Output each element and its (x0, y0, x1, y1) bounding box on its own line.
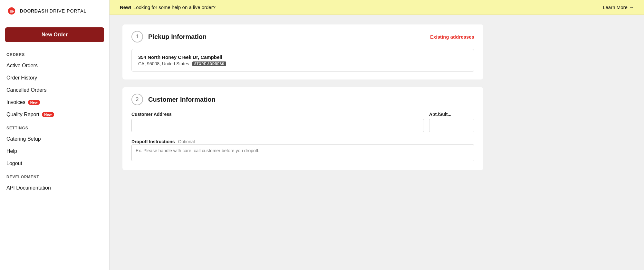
customer-section-header: 2 Customer Information (122, 87, 483, 112)
customer-fields: Customer Address 📍 Apt./Suit... Dropoff … (122, 112, 483, 170)
invoices-label: Invoices (6, 99, 25, 105)
dropoff-instructions-section: Dropoff Instructions Optional (131, 139, 474, 163)
help-label: Help (6, 148, 17, 154)
order-history-label: Order History (6, 75, 37, 81)
sidebar-item-quality-report[interactable]: Quality Report New (0, 108, 109, 121)
settings-section: SETTINGS Catering Setup Help Logout (0, 121, 109, 170)
customer-address-group: Customer Address 📍 (131, 112, 424, 132)
pickup-information-card: 1 Pickup Information Existing addresses … (122, 24, 483, 79)
main-content: New! Looking for some help on a live ord… (110, 0, 644, 270)
invoices-badge: New (28, 100, 40, 105)
banner-new-badge: New! (120, 5, 131, 10)
store-address-badge: STORE ADDRESS (192, 61, 226, 66)
pickup-section-header: 1 Pickup Information Existing addresses (122, 24, 483, 49)
settings-section-label: SETTINGS (0, 121, 109, 133)
sidebar-item-cancelled-orders[interactable]: Cancelled Orders (0, 84, 109, 96)
pickup-address-box: 354 North Honey Creek Dr, Campbell CA, 9… (131, 49, 474, 72)
logo-sub: DRIVE PORTAL (50, 8, 87, 14)
quality-report-badge: New (42, 112, 54, 117)
pickup-step-circle: 1 (131, 31, 143, 42)
development-section: DEVELOPMENT API Documentation (0, 170, 109, 194)
sidebar-item-help[interactable]: Help (0, 145, 109, 157)
dropoff-instructions-input[interactable] (131, 144, 474, 161)
logo-text-group: DOORDASH DRIVE PORTAL (20, 8, 87, 14)
address-field-row: Customer Address 📍 Apt./Suit... (131, 112, 474, 132)
orders-section: ORDERS Active Orders Order History Cance… (0, 47, 109, 121)
sidebar: DOORDASH DRIVE PORTAL New Order ORDERS A… (0, 0, 110, 270)
sidebar-item-invoices[interactable]: Invoices New (0, 96, 109, 108)
customer-address-label: Customer Address (131, 112, 424, 117)
form-area: 1 Pickup Information Existing addresses … (110, 15, 496, 188)
existing-addresses-link[interactable]: Existing addresses (430, 34, 474, 40)
pickup-section-title: Pickup Information (148, 33, 207, 41)
orders-section-label: ORDERS (0, 47, 109, 60)
announcement-banner: New! Looking for some help on a live ord… (110, 0, 644, 15)
banner-text: Looking for some help on a live order? (133, 5, 216, 10)
apt-suite-input[interactable] (429, 119, 474, 132)
new-order-button[interactable]: New Order (5, 27, 104, 42)
apt-suite-group: Apt./Suit... (429, 112, 474, 132)
customer-address-input-wrapper: 📍 (131, 119, 424, 132)
sidebar-item-api-documentation[interactable]: API Documentation (0, 182, 109, 194)
development-section-label: DEVELOPMENT (0, 170, 109, 182)
active-orders-label: Active Orders (6, 63, 38, 69)
api-documentation-label: API Documentation (6, 185, 51, 191)
sidebar-item-logout[interactable]: Logout (0, 157, 109, 170)
doordash-logo: DOORDASH DRIVE PORTAL (6, 6, 87, 16)
customer-step-circle: 2 (131, 94, 143, 105)
logo-brand: DOORDASH (20, 8, 48, 14)
pickup-address-sub: CA, 95008, United States STORE ADDRESS (138, 61, 467, 66)
customer-information-card: 2 Customer Information Customer Address … (122, 87, 483, 170)
sidebar-item-catering-setup[interactable]: Catering Setup (0, 133, 109, 145)
pickup-address-main: 354 North Honey Creek Dr, Campbell (138, 54, 467, 60)
customer-header-left: 2 Customer Information (131, 94, 216, 105)
banner-left: New! Looking for some help on a live ord… (120, 5, 216, 10)
customer-section-title: Customer Information (148, 96, 216, 103)
doordash-logo-icon (6, 6, 17, 16)
banner-learn-more-link[interactable]: Learn More → (603, 5, 634, 10)
pickup-header-left: 1 Pickup Information (131, 31, 207, 42)
sidebar-header: DOORDASH DRIVE PORTAL (0, 0, 109, 22)
apt-suite-label: Apt./Suit... (429, 112, 474, 117)
quality-report-label: Quality Report (6, 112, 39, 117)
dropoff-instructions-label: Dropoff Instructions Optional (131, 139, 195, 144)
logout-label: Logout (6, 161, 22, 166)
dropoff-optional-label: Optional (178, 139, 195, 144)
customer-address-input[interactable] (131, 119, 424, 132)
sidebar-item-order-history[interactable]: Order History (0, 72, 109, 84)
cancelled-orders-label: Cancelled Orders (6, 87, 47, 93)
pickup-address-state: CA, 95008, United States (138, 61, 189, 66)
sidebar-item-active-orders[interactable]: Active Orders (0, 60, 109, 72)
catering-setup-label: Catering Setup (6, 136, 41, 142)
